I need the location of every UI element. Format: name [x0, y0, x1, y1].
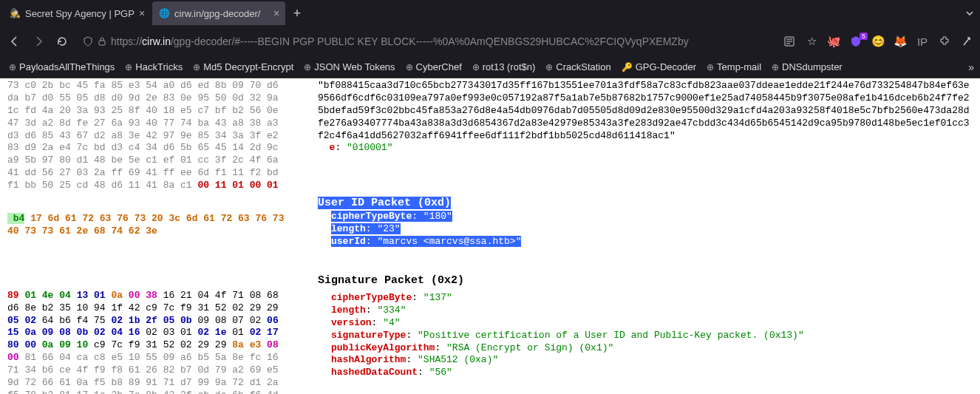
extension-icon-1[interactable]: 🐙: [826, 35, 841, 48]
userid-packet: User ID Packet (0xd) cipherTypeByte: "18…: [318, 196, 973, 248]
toolbar-icons: ☆ 🐙 5 😊 🦊 IP: [782, 35, 974, 48]
lock-icon: [98, 37, 106, 46]
url-text: https://cirw.in/gpg-decoder/#-----BEGIN …: [111, 35, 689, 47]
close-icon[interactable]: ×: [139, 7, 145, 19]
globe-icon: ⊕: [9, 62, 16, 72]
extension-icon-3[interactable]: 😊: [871, 35, 885, 48]
globe-icon: ⊕: [193, 62, 200, 72]
globe-icon: ⊕: [406, 62, 413, 72]
globe-icon: ⊕: [472, 62, 480, 72]
extension-icon-2[interactable]: 5: [848, 35, 863, 47]
svg-rect-0: [99, 41, 105, 45]
back-button[interactable]: [6, 35, 24, 47]
address-bar[interactable]: https://cirw.in/gpg-decoder/#-----BEGIN …: [77, 30, 770, 52]
packet-header: Signature Packet (0x2): [318, 274, 973, 288]
hex-column: 73 c0 2b bc 45 fa 85 e3 54 a0 d6 ed 8b 0…: [0, 78, 310, 394]
bookmark-item[interactable]: ⊕rot13 (rot$n): [469, 61, 539, 72]
tab-bar: 🕵️ Secret Spy Agency | PGP × 🌐 cirw.in/g…: [0, 0, 980, 27]
close-icon[interactable]: ×: [273, 7, 279, 19]
globe-icon: 🌐: [158, 7, 170, 19]
reload-button[interactable]: [53, 35, 71, 47]
extension-icon-5[interactable]: IP: [915, 35, 930, 48]
forward-button[interactable]: [30, 35, 47, 47]
packet-header: User ID Packet (0xd): [318, 197, 451, 209]
nav-bar: https://cirw.in/gpg-decoder/#-----BEGIN …: [0, 27, 980, 56]
bookmark-item[interactable]: ⊕PayloadsAllTheThings: [6, 61, 118, 72]
modulus-value: "bf088415caa3d710c65bcb277343017d35ff167…: [318, 80, 973, 142]
new-tab-button[interactable]: +: [287, 6, 307, 21]
tab-label: Secret Spy Agency | PGP: [25, 8, 135, 19]
globe-icon: ⊕: [707, 62, 714, 72]
globe-icon: ⊕: [772, 62, 779, 72]
extensions-icon[interactable]: [937, 35, 952, 47]
extension-icon-4[interactable]: 🦊: [893, 35, 908, 48]
globe-icon: ⊕: [545, 62, 553, 72]
bookmarks-overflow-button[interactable]: »: [968, 61, 974, 73]
spy-icon: 🕵️: [9, 7, 21, 19]
bookmark-item[interactable]: ⊕CrackStation: [542, 61, 613, 72]
reader-icon[interactable]: [782, 35, 797, 47]
bookmark-item[interactable]: ⊕Temp-mail: [704, 61, 764, 72]
bookmark-item[interactable]: ⊕Md5 Decrypt-Encrypt: [190, 61, 296, 72]
bookmark-item[interactable]: ⊕CyberChef: [403, 61, 465, 72]
bookmark-item[interactable]: ⊕DNSdumpster: [769, 61, 845, 72]
bookmark-star-icon[interactable]: ☆: [804, 35, 819, 48]
parsed-column: "bf088415caa3d710c65bcb277343017d35ff167…: [310, 78, 980, 394]
globe-icon: ⊕: [304, 62, 311, 72]
tab-gpg-decoder[interactable]: 🌐 cirw.in/gpg-decoder/ ×: [152, 1, 285, 25]
list-tabs-button[interactable]: [965, 9, 974, 18]
bookmark-item[interactable]: ⊕HackTricks: [122, 61, 186, 72]
e-field: e: "010001": [318, 142, 973, 154]
shield-icon: [83, 36, 93, 47]
bookmarks-bar: ⊕PayloadsAllTheThings ⊕HackTricks ⊕Md5 D…: [0, 56, 980, 78]
svg-line-5: [964, 38, 970, 45]
badge: 5: [860, 33, 868, 40]
bookmark-item[interactable]: ⊕JSON Web Tokens: [301, 61, 398, 72]
key-icon: 🔑: [622, 62, 633, 72]
globe-icon: ⊕: [125, 62, 132, 72]
menu-icon[interactable]: [959, 36, 974, 47]
tab-secret-spy[interactable]: 🕵️ Secret Spy Agency | PGP ×: [3, 1, 151, 25]
page-content: 73 c0 2b bc 45 fa 85 e3 54 a0 d6 ed 8b 0…: [0, 78, 980, 394]
tab-label: cirw.in/gpg-decoder/: [174, 8, 269, 19]
bookmark-item[interactable]: 🔑GPG-Decoder: [619, 61, 699, 72]
signature-packet: Signature Packet (0x2) cipherTypeByte: "…: [318, 274, 973, 380]
